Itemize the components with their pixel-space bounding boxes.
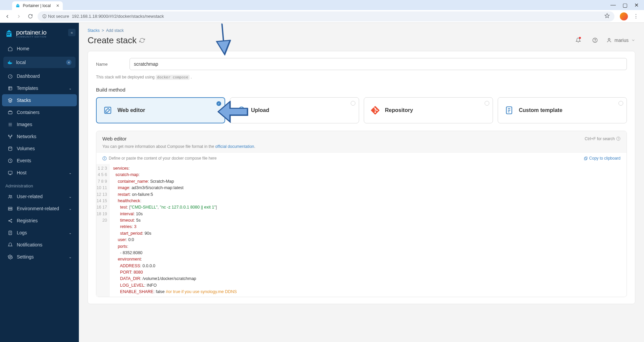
build-method-repo[interactable]: Repository [364, 97, 493, 123]
chevron-down-icon: ⌄ [69, 231, 71, 235]
clipboard-icon [584, 156, 588, 161]
kebab-menu-icon[interactable]: ⋮ [631, 13, 641, 19]
nav-icon [7, 230, 13, 235]
nav-label: Containers [17, 110, 40, 115]
sidebar-item-events[interactable]: Events [2, 155, 77, 167]
page-title: Create stack [88, 35, 145, 46]
nav-icon [7, 86, 13, 91]
nav-icon [7, 98, 13, 103]
back-button[interactable] [3, 12, 11, 20]
sidebar-item-networks[interactable]: Networks [2, 130, 77, 142]
sidebar-item-logs[interactable]: Logs⌄ [2, 227, 77, 239]
bookmark-icon[interactable] [604, 13, 610, 19]
profile-avatar[interactable] [620, 12, 628, 20]
sidebar-item-environment-related[interactable]: Environment-related⌄ [2, 203, 77, 215]
sidebar-item-images[interactable]: Images [2, 118, 77, 130]
svg-rect-20 [8, 207, 12, 209]
window-controls: — ▢ ✕ [610, 2, 641, 8]
sidebar-item-registries[interactable]: Registries [2, 215, 77, 227]
brand-name: portainer.io [16, 29, 46, 36]
sidebar-item-host[interactable]: Host⌄ [2, 167, 77, 179]
nav-label: Stacks [17, 98, 31, 103]
chevron-down-icon: ⌄ [69, 255, 71, 259]
address-bar[interactable]: Not secure 192.168.1.18:9000/#!/2/docker… [38, 11, 614, 21]
svg-point-14 [10, 137, 11, 138]
close-icon[interactable]: ✕ [66, 60, 71, 65]
nav-icon [7, 254, 13, 260]
build-method-upload[interactable]: Upload [230, 97, 359, 123]
forward-button[interactable] [15, 12, 23, 20]
svg-rect-8 [9, 61, 10, 62]
portainer-logo-icon [5, 29, 13, 38]
notifications-button[interactable] [573, 35, 584, 46]
tab-title: Portainer | local [23, 3, 51, 8]
portainer-favicon [15, 3, 20, 8]
web-editor-section: Web editor Ctrl+F for search You can get… [96, 131, 627, 297]
build-method-template[interactable]: Custom template [498, 97, 627, 123]
maximize-icon[interactable]: ▢ [623, 2, 628, 8]
notification-dot-icon [579, 37, 581, 39]
svg-point-19 [11, 195, 12, 196]
docs-link[interactable]: official documentation [215, 144, 254, 149]
username: marius [614, 38, 629, 43]
sidebar-item-user-related[interactable]: User-related⌄ [2, 190, 77, 203]
collapse-sidebar-button[interactable]: « [68, 29, 76, 36]
sidebar-item-volumes[interactable]: Volumes [2, 142, 77, 155]
nav-icon [7, 74, 13, 79]
not-secure-badge: Not secure [42, 14, 69, 19]
editor-placeholder: Define or paste the content of your dock… [109, 156, 217, 161]
sidebar-item-notifications[interactable]: Notifications [2, 239, 77, 251]
svg-rect-0 [16, 5, 19, 7]
build-method-web[interactable]: Web editor [96, 97, 225, 123]
radio-indicator [618, 101, 623, 106]
nav-label: Registries [17, 218, 38, 223]
brand[interactable]: portainer.io COMMUNITY EDITION [0, 23, 79, 43]
reload-button[interactable] [26, 12, 34, 20]
admin-section-label: Administration [0, 179, 79, 190]
template-icon [504, 105, 514, 115]
method-label: Web editor [117, 107, 145, 113]
minimize-icon[interactable]: — [610, 2, 616, 8]
nav-label: Host [17, 170, 27, 175]
code-content[interactable]: services: scratch-map: container_name: S… [110, 164, 627, 297]
sidebar-item-templates[interactable]: Templates⌄ [2, 82, 77, 94]
breadcrumb-root[interactable]: Stacks [88, 28, 100, 33]
sidebar-item-settings[interactable]: Settings⌄ [2, 251, 77, 263]
refresh-icon[interactable] [139, 38, 145, 43]
home-icon [7, 46, 13, 51]
method-label: Custom template [519, 107, 562, 113]
nav-icon [7, 218, 13, 223]
nav-label: Home [17, 46, 29, 51]
info-icon [102, 156, 107, 161]
sidebar: portainer.io COMMUNITY EDITION « Home lo… [0, 23, 79, 342]
chevron-down-icon: ⌄ [69, 195, 71, 198]
build-method-title: Build method [96, 87, 627, 93]
sidebar-item-stacks[interactable]: Stacks [2, 94, 77, 106]
nav-home[interactable]: Home [2, 43, 77, 55]
help-button[interactable] [590, 35, 600, 46]
url-text: 192.168.1.18:9000/#!/2/docker/stacks/new… [72, 14, 164, 19]
user-menu[interactable]: marius [606, 38, 635, 43]
nav-icon [7, 134, 13, 139]
editor-description: You can get more information about Compo… [102, 144, 621, 149]
breadcrumb-leaf: Add stack [106, 28, 124, 33]
sidebar-item-containers[interactable]: Containers [2, 106, 77, 118]
close-icon[interactable]: ✕ [56, 3, 59, 8]
environment-pill[interactable]: local ✕ [3, 57, 76, 68]
nav-icon [7, 206, 13, 211]
code-editor[interactable]: 1 2 3 4 5 6 7 8 9 10 11 12 13 14 15 16 1… [96, 164, 627, 297]
sidebar-item-dashboard[interactable]: Dashboard [2, 70, 77, 82]
close-icon[interactable]: ✕ [634, 2, 639, 8]
breadcrumb: Stacks > Add stack [88, 28, 635, 33]
svg-point-28 [595, 41, 595, 42]
nav-label: User-related [17, 194, 43, 199]
copy-to-clipboard-button[interactable]: Copy to clipboard [584, 156, 621, 161]
svg-point-29 [608, 39, 610, 40]
radio-indicator [351, 101, 355, 106]
svg-point-22 [8, 220, 9, 221]
svg-rect-10 [8, 87, 12, 90]
browser-tab[interactable]: Portainer | local ✕ [12, 1, 63, 10]
nav-label: Templates [17, 86, 38, 91]
nav-icon [7, 110, 13, 115]
stack-name-input[interactable] [130, 58, 627, 70]
